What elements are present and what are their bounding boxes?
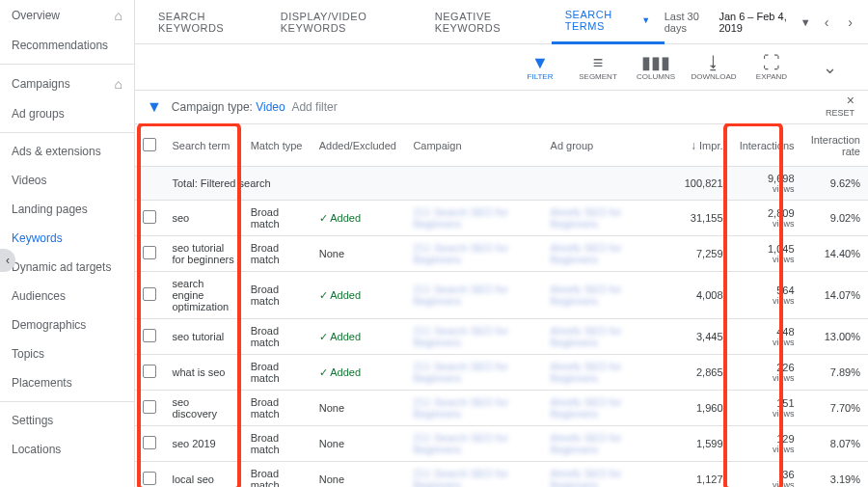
main-panel: SEARCH KEYWORDSDISPLAY/VIDEO KEYWORDSNEG…: [135, 0, 868, 487]
col-impr[interactable]: ↓ Impr.: [670, 124, 731, 167]
sidebar-item-settings[interactable]: Settings: [0, 406, 134, 435]
cell-search-term: seo tutorial for beginners: [164, 236, 242, 272]
date-range-picker[interactable]: Last 30 days Jan 6 – Feb 4, 2019 ▼ ‹ ›: [665, 11, 858, 34]
row-checkbox[interactable]: [135, 391, 164, 426]
tab-display-video-keywords[interactable]: DISPLAY/VIDEO KEYWORDS: [267, 0, 421, 44]
expand-icon: ⛶: [763, 53, 780, 72]
sidebar-item-ads-extensions[interactable]: Ads & extensions: [0, 137, 134, 166]
table-row[interactable]: search engine optimizationBroad matchAdd…: [135, 272, 868, 319]
cell-match-type: Broad match: [243, 462, 312, 488]
cell-added: None: [312, 236, 406, 272]
cell-campaign: 211 Search SEO for Beginners: [405, 272, 542, 319]
cell-adgroup: Ahrefs SEO for Beginners: [543, 462, 670, 488]
col-match-type[interactable]: Match type: [243, 124, 312, 167]
date-range-prefix: Last 30 days: [665, 11, 712, 34]
row-checkbox[interactable]: [135, 462, 164, 488]
home-icon: ⌂: [115, 76, 122, 92]
cell-added: Added: [312, 201, 406, 236]
sidebar-item-locations[interactable]: Locations: [0, 435, 134, 464]
filter-value: Video: [256, 100, 285, 114]
prev-period-button[interactable]: ‹: [819, 14, 835, 30]
chevron-down-icon: ⌄: [823, 58, 837, 77]
table-row[interactable]: local seoBroad matchNone211 Search SEO f…: [135, 462, 868, 488]
filter-button[interactable]: ▼FILTER: [511, 53, 569, 81]
table-row[interactable]: what is seoBroad matchAdded211 Search SE…: [135, 355, 868, 391]
added-badge: Added: [319, 331, 361, 342]
col-interactions[interactable]: Interactions: [731, 124, 802, 167]
table-row[interactable]: seo 2019Broad matchNone211 Search SEO fo…: [135, 426, 868, 462]
cell-search-term: seo tutorial: [164, 319, 242, 355]
tab-bar: SEARCH KEYWORDSDISPLAY/VIDEO KEYWORDSNEG…: [135, 0, 868, 44]
sidebar-item-recommendations[interactable]: Recommendations: [0, 31, 134, 60]
sidebar-item-demographics[interactable]: Demographics: [0, 311, 134, 339]
col-search-term[interactable]: Search term: [164, 124, 242, 167]
row-checkbox[interactable]: [135, 201, 164, 236]
sidebar-item-videos[interactable]: Videos: [0, 166, 134, 195]
cell-rate: 14.40%: [802, 236, 868, 272]
col-campaign[interactable]: Campaign: [405, 124, 542, 167]
more-button[interactable]: ⌄: [800, 58, 858, 77]
sidebar-item-keywords[interactable]: Keywords: [0, 224, 134, 253]
sidebar-item-campaigns[interactable]: Campaigns⌂: [0, 68, 134, 99]
row-checkbox[interactable]: [135, 355, 164, 391]
expand-button[interactable]: ⛶EXPAND: [743, 53, 800, 81]
sidebar-item-label: Keywords: [12, 231, 63, 245]
filter-chip[interactable]: Campaign type: Video: [172, 100, 285, 114]
row-checkbox[interactable]: [135, 236, 164, 272]
cell-adgroup: Ahrefs SEO for Beginners: [543, 272, 670, 319]
table-row[interactable]: seo tutorialBroad matchAdded211 Search S…: [135, 319, 868, 355]
cell-adgroup: Ahrefs SEO for Beginners: [543, 201, 670, 236]
sidebar-item-label: Overview: [12, 9, 60, 22]
cell-added: None: [312, 391, 406, 426]
next-period-button[interactable]: ›: [842, 14, 858, 30]
sidebar-item-topics[interactable]: Topics: [0, 339, 134, 368]
tab-negative-keywords[interactable]: NEGATIVE KEYWORDS: [421, 0, 552, 44]
table-row[interactable]: seoBroad matchAdded211 Search SEO for Be…: [135, 201, 868, 236]
select-all-header[interactable]: [135, 124, 164, 167]
filter-bar: ▼ Campaign type: Video Add filter × RESE…: [135, 91, 868, 123]
col-adgroup[interactable]: Ad group: [543, 124, 670, 167]
added-badge: Added: [319, 212, 361, 224]
cell-impr: 1,599: [670, 426, 731, 462]
sidebar-item-label: Audiences: [12, 289, 66, 303]
tab-search-terms[interactable]: SEARCH TERMS▼: [552, 0, 665, 44]
cell-rate: 7.89%: [802, 355, 868, 391]
home-icon: ⌂: [115, 8, 122, 23]
row-checkbox[interactable]: [135, 272, 164, 319]
cell-interactions: 129views: [731, 426, 802, 462]
download-button[interactable]: ⭳DOWNLOAD: [685, 53, 743, 81]
cell-search-term: seo 2019: [164, 426, 242, 462]
sidebar-item-label: Videos: [12, 174, 46, 187]
cell-campaign: 211 Search SEO for Beginners: [405, 391, 542, 426]
table-row[interactable]: seo tutorial for beginnersBroad matchNon…: [135, 236, 868, 272]
cell-campaign: 211 Search SEO for Beginners: [405, 319, 542, 355]
columns-button[interactable]: ▮▮▮COLUMNS: [627, 53, 685, 81]
add-filter-button[interactable]: Add filter: [291, 100, 337, 114]
tab-search-keywords[interactable]: SEARCH KEYWORDS: [145, 0, 267, 44]
sidebar-item-audiences[interactable]: Audiences: [0, 282, 134, 311]
cell-added: Added: [312, 319, 406, 355]
cell-impr: 2,865: [670, 355, 731, 391]
columns-icon: ▮▮▮: [641, 53, 670, 72]
cell-match-type: Broad match: [243, 236, 312, 272]
cell-interactions: 36views: [731, 462, 802, 488]
row-checkbox[interactable]: [135, 319, 164, 355]
search-terms-table: Search term Match type Added/Excluded Ca…: [135, 123, 868, 487]
row-checkbox[interactable]: [135, 426, 164, 462]
reset-filters-button[interactable]: × RESET: [826, 93, 854, 118]
cell-impr: 1,960: [670, 391, 731, 426]
segment-button[interactable]: ≡SEGMENT: [569, 53, 627, 81]
sidebar-item-placements[interactable]: Placements: [0, 368, 134, 397]
sort-desc-icon: ↓: [691, 139, 696, 152]
table-row[interactable]: seo discoveryBroad matchNone211 Search S…: [135, 391, 868, 426]
col-added[interactable]: Added/Excluded: [312, 124, 406, 167]
col-rate[interactable]: Interaction rate: [802, 124, 868, 167]
sidebar-item-landing-pages[interactable]: Landing pages: [0, 195, 134, 224]
cell-search-term: what is seo: [164, 355, 242, 391]
sidebar-item-ad-groups[interactable]: Ad groups: [0, 99, 134, 128]
cell-interactions: 226views: [731, 355, 802, 391]
sidebar-item-dynamic-ad-targets[interactable]: Dynamic ad targets: [0, 253, 134, 282]
sidebar-item-overview[interactable]: Overview⌂: [0, 0, 134, 31]
added-badge: Added: [319, 366, 361, 378]
cell-campaign: 211 Search SEO for Beginners: [405, 236, 542, 272]
